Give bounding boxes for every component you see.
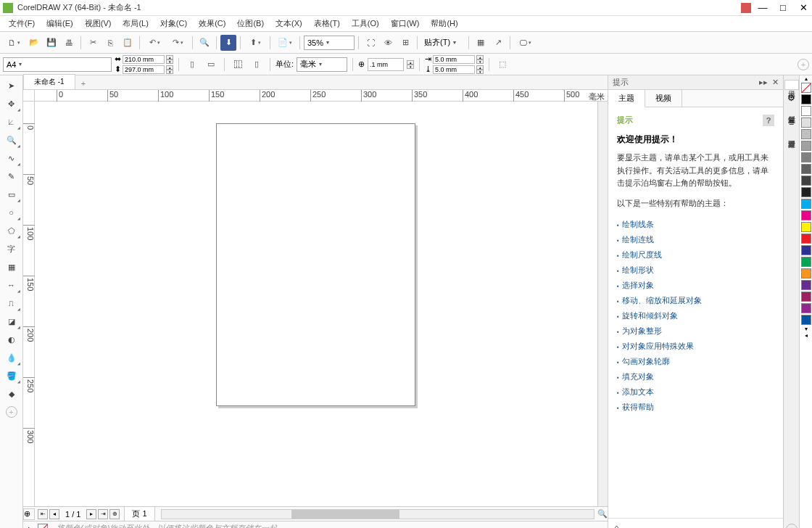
cut-button[interactable]: ✂ xyxy=(85,35,101,51)
import-button[interactable]: ⬇ xyxy=(220,35,236,51)
zoom-tool[interactable]: 🔍 xyxy=(1,131,22,149)
tab-videos[interactable]: 视频 xyxy=(645,90,682,107)
menu-text[interactable]: 文本(X) xyxy=(270,17,308,30)
hint-link[interactable]: 选择对象 xyxy=(617,278,774,293)
copy-button[interactable]: ⎘ xyxy=(102,35,118,51)
all-pages-button[interactable]: ⿲ xyxy=(230,57,246,73)
crop-tool[interactable]: ⟀ xyxy=(1,113,22,131)
swatch[interactable] xyxy=(801,106,811,116)
ellipse-tool[interactable]: ○ xyxy=(1,204,22,221)
fullscreen-button[interactable]: ⛶ xyxy=(362,35,378,51)
interactive-fill-tool[interactable]: 🪣 xyxy=(1,367,22,384)
docker-collapse-icon[interactable]: ▸▸ xyxy=(759,78,768,87)
print-button[interactable]: 🖶 xyxy=(61,35,77,51)
hint-link[interactable]: 添加文本 xyxy=(617,384,774,400)
swatch[interactable] xyxy=(801,234,811,244)
hint-link[interactable]: 绘制线条 xyxy=(617,217,774,232)
add-toolbar-button[interactable]: + xyxy=(798,59,809,70)
user-badge-icon[interactable] xyxy=(741,3,751,13)
connector-tool[interactable]: ⎍ xyxy=(1,294,22,312)
maximize-button[interactable]: □ xyxy=(777,2,789,14)
hint-link[interactable]: 对对象应用特殊效果 xyxy=(617,339,774,354)
drop-shadow-tool[interactable]: ◪ xyxy=(1,313,22,330)
dup-y-input[interactable] xyxy=(433,65,475,74)
minimize-button[interactable]: — xyxy=(757,2,768,14)
dup-x-input[interactable] xyxy=(433,55,475,64)
swatch[interactable] xyxy=(801,257,811,267)
palette-scroll-up[interactable]: ▴ xyxy=(800,75,812,82)
polygon-tool[interactable]: ⬠ xyxy=(1,222,22,239)
ruler-origin[interactable] xyxy=(23,90,35,102)
side-tab-properties[interactable]: 对象属性 xyxy=(785,106,798,115)
horizontal-ruler[interactable]: 050100150200250300350400450500 毫米 xyxy=(35,90,608,102)
manager-icon[interactable]: ≡ xyxy=(789,117,794,128)
publish-pdf-button[interactable]: 📄 xyxy=(274,35,296,51)
zoom-combo[interactable]: 35% xyxy=(304,36,355,50)
horizontal-scrollbar[interactable] xyxy=(161,509,594,519)
docker-titlebar[interactable]: 提示 ▸▸ ✕ xyxy=(608,75,783,90)
spin-down[interactable]: ▾ xyxy=(166,70,173,74)
landscape-button[interactable]: ▭ xyxy=(203,57,219,73)
new-button[interactable]: 🗋 xyxy=(3,35,25,51)
menu-help[interactable]: 帮助(H) xyxy=(425,17,463,30)
menu-effects[interactable]: 效果(C) xyxy=(193,17,231,30)
hint-link[interactable]: 绘制连线 xyxy=(617,232,774,247)
last-page-button[interactable]: ⇥ xyxy=(98,509,108,519)
save-button[interactable]: 💾 xyxy=(44,35,59,51)
vertical-ruler[interactable]: 050100150200250300 xyxy=(23,102,35,506)
swatch[interactable] xyxy=(801,199,811,209)
paper-size-combo[interactable]: A4 xyxy=(3,57,112,72)
home-icon[interactable]: ⌂ xyxy=(614,523,619,529)
page-tab[interactable]: 页 1 xyxy=(124,506,154,521)
swatch[interactable] xyxy=(801,129,811,139)
first-page-button[interactable]: ⇤ xyxy=(38,509,48,519)
hint-link[interactable]: 勾画对象轮廓 xyxy=(617,354,774,369)
menu-edit[interactable]: 编辑(E) xyxy=(41,17,79,30)
launch-button[interactable]: ↗ xyxy=(490,35,506,51)
spin-down[interactable]: ▾ xyxy=(407,65,414,69)
portrait-button[interactable]: ▯ xyxy=(184,57,200,73)
search-button[interactable]: 🔍 xyxy=(196,35,212,51)
add-document-tab[interactable]: + xyxy=(75,78,91,89)
swatch[interactable] xyxy=(801,280,811,290)
navigator-icon[interactable]: ⊕ xyxy=(23,508,35,520)
palette-scroll-down[interactable]: ▾ xyxy=(800,326,812,332)
redo-button[interactable]: ↷ xyxy=(167,35,188,51)
close-button[interactable]: ✕ xyxy=(798,2,809,14)
swatch[interactable] xyxy=(801,268,811,279)
page-width-input[interactable] xyxy=(123,55,165,64)
color-docker-up[interactable]: ▴ xyxy=(23,524,35,528)
open-button[interactable]: 📂 xyxy=(26,35,42,51)
swatch[interactable] xyxy=(801,152,811,162)
vertical-scrollbar[interactable] xyxy=(597,102,608,506)
text-tool[interactable]: 字 xyxy=(1,240,22,257)
rectangle-tool[interactable]: ▭ xyxy=(1,186,22,203)
swatch[interactable] xyxy=(801,315,811,325)
docker-close-icon[interactable]: ✕ xyxy=(772,78,779,87)
artistic-media-tool[interactable]: ✎ xyxy=(1,168,22,185)
export-button[interactable]: ⬆ xyxy=(244,35,266,51)
freehand-tool[interactable]: ∿ xyxy=(1,149,22,167)
menu-view[interactable]: 视图(V) xyxy=(79,17,117,30)
swatch[interactable] xyxy=(801,94,811,104)
customize-toolbox[interactable]: + xyxy=(6,406,17,418)
zoom-to-page-button[interactable]: 🔍 xyxy=(597,509,608,519)
swatch[interactable] xyxy=(801,176,811,186)
swatch[interactable] xyxy=(801,117,811,128)
side-tab-manager[interactable]: 对象管理器 xyxy=(785,131,798,139)
page-height-input[interactable] xyxy=(123,65,165,74)
show-rulers-button[interactable]: 👁 xyxy=(380,35,396,51)
undo-button[interactable]: ↶ xyxy=(144,35,165,51)
drawing-canvas[interactable] xyxy=(35,102,597,506)
swatch[interactable] xyxy=(801,303,811,313)
add-page-button[interactable]: ⊕ xyxy=(109,509,120,519)
table-tool[interactable]: ▦ xyxy=(1,258,22,276)
swatch[interactable] xyxy=(801,292,811,302)
properties-icon[interactable]: ⚙ xyxy=(787,93,795,103)
hint-link[interactable]: 填充对象 xyxy=(617,369,774,384)
add-docker-button[interactable]: + xyxy=(786,524,798,528)
palette-flyout[interactable]: ◂ xyxy=(800,332,812,339)
snap-combo[interactable]: 贴齐(T) xyxy=(421,36,465,50)
menu-window[interactable]: 窗口(W) xyxy=(385,17,426,30)
transparency-tool[interactable]: ◐ xyxy=(1,331,22,348)
